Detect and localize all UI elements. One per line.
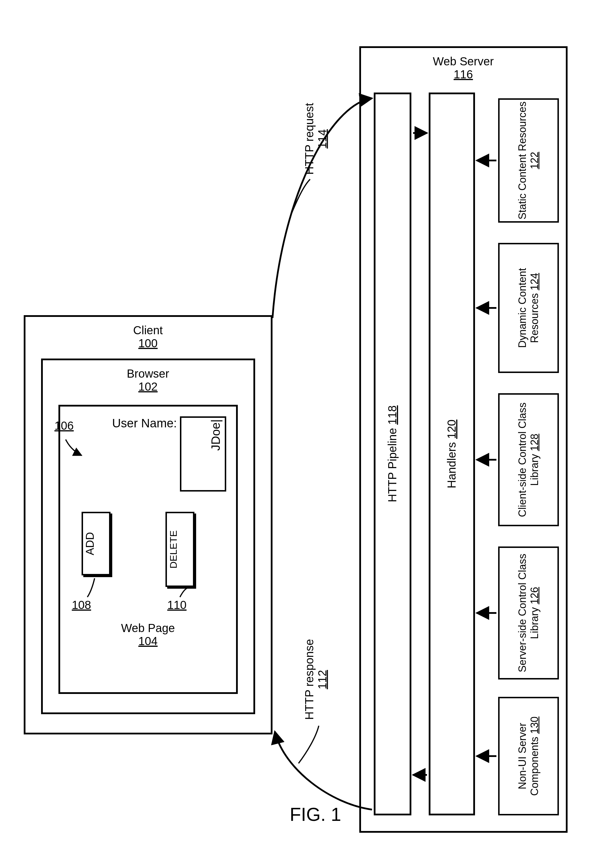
http-pipeline-title: HTTP Pipeline 118 (375, 95, 409, 812)
webpage-title: Web Page 104 (58, 621, 238, 648)
delete-button-label: DELETE (168, 515, 192, 584)
add-ref: 108 (64, 598, 99, 611)
delete-ref: 110 (160, 598, 194, 611)
client-title: Client 100 (24, 324, 272, 350)
username-label: User Name: (73, 416, 177, 430)
figure-caption: FIG. 1 (290, 804, 341, 825)
non-ui-server-components-label: Non-UI Server Components 130 (501, 700, 557, 812)
add-button-label: ADD (84, 515, 108, 573)
server-title: Web Server 116 (359, 55, 567, 81)
handlers-title: Handlers 120 (430, 95, 473, 812)
client-side-control-library-label: Client-side Control Class Library 128 (501, 396, 557, 523)
architecture-diagram: Client 100 Browser 102 User Name: JDoe| … (12, 12, 579, 850)
username-ref: 106 (47, 419, 81, 432)
browser-title: Browser 102 (41, 367, 255, 393)
static-content-resources-label: Static Content Resources 122 (501, 101, 557, 220)
http-request-label: HTTP request 114 (284, 101, 348, 176)
username-value: JDoe| (182, 419, 223, 492)
dynamic-content-resources-label: Dynamic Content Resources 124 (501, 246, 557, 370)
server-side-control-library-label: Server-side Control Class Library 126 (501, 549, 557, 677)
http-response-label: HTTP response 112 (284, 636, 348, 723)
